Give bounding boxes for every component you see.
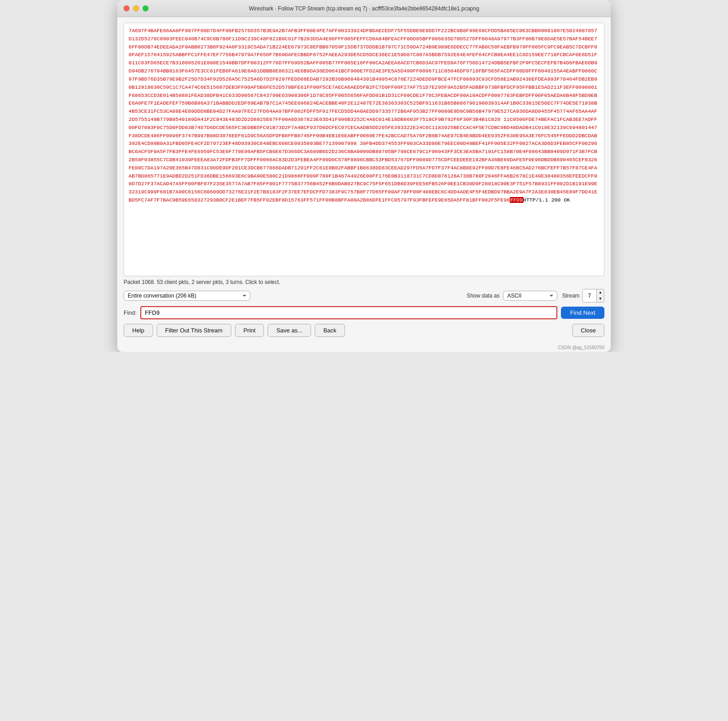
find-row: Find: Find Next <box>124 306 604 319</box>
http-text: HTTP/1.1 200 OK <box>523 197 570 203</box>
show-data-as-dropdown[interactable]: ASCII <box>503 291 557 301</box>
stream-value: 7 <box>583 291 596 300</box>
watermark: CSDN @qq_51550750 <box>117 344 611 352</box>
traffic-lights <box>124 5 148 11</box>
show-data-as-label: Show data as <box>467 293 500 299</box>
window-title: Wireshark · Follow TCP Stream (tcp.strea… <box>249 5 479 12</box>
stream-increment-button[interactable]: ▲ <box>597 289 604 296</box>
show-data-as-container: Show data as ASCII <box>467 291 558 301</box>
hex-highlight: FFD9 <box>510 197 523 203</box>
back-button[interactable]: Back <box>315 324 345 337</box>
content-area: 7A697F4BAFE66AA0FF987FF00D7D4FF00FB2576D… <box>117 17 611 344</box>
stream-spinner-buttons: ▲ ▼ <box>596 289 604 302</box>
stream-label: Stream <box>562 293 580 299</box>
maximize-traffic-light[interactable] <box>143 5 148 11</box>
main-window: Wireshark · Follow TCP Stream (tcp.strea… <box>117 0 611 352</box>
stream-spinner: 7 ▲ ▼ <box>582 289 604 303</box>
print-button[interactable]: Print <box>235 324 264 337</box>
titlebar: Wireshark · Follow TCP Stream (tcp.strea… <box>117 0 611 17</box>
close-button[interactable]: Close <box>572 324 604 337</box>
close-traffic-light[interactable] <box>124 5 129 11</box>
stream-decrement-button[interactable]: ▼ <box>597 296 604 302</box>
stream-control: Stream 7 ▲ ▼ <box>562 289 604 303</box>
find-input-wrapper <box>140 306 557 319</box>
help-button[interactable]: Help <box>124 324 153 337</box>
filter-out-stream-button[interactable]: Filter Out This Stream <box>157 324 231 337</box>
action-buttons-left: Help Filter Out This Stream Print Save a… <box>124 324 345 337</box>
hex-display[interactable]: 7A697F4BAFE66AA0FF987FF00D7D4FF00FB2576D… <box>124 23 604 276</box>
packet-info: Packet 1068. 53 client pkts, 2 server pk… <box>124 279 604 285</box>
find-label: Find: <box>124 309 137 316</box>
conversation-container: Entire conversation (206 kB) <box>124 291 462 301</box>
packet-info-text: Packet 1068. 53 client pkts, 2 server pk… <box>124 279 280 285</box>
action-row: Help Filter Out This Stream Print Save a… <box>124 324 604 340</box>
find-input[interactable] <box>141 307 556 318</box>
save-as-button[interactable]: Save as... <box>268 324 311 337</box>
conversation-dropdown[interactable]: Entire conversation (206 kB) <box>124 291 250 301</box>
controls-row: Entire conversation (206 kB) Show data a… <box>124 289 604 303</box>
minimize-traffic-light[interactable] <box>133 5 139 11</box>
find-next-button[interactable]: Find Next <box>561 307 604 319</box>
